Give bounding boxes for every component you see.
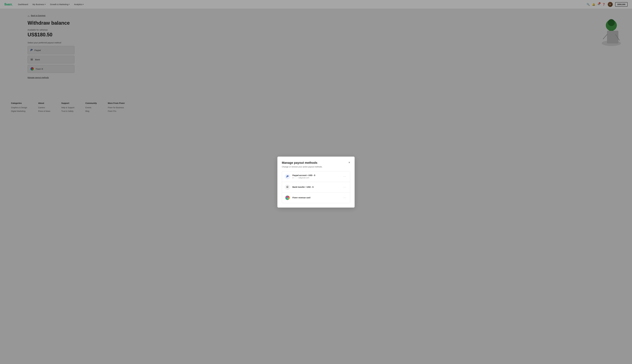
fiverr-info: Fiverr revenue card	[292, 196, 342, 199]
paypal-info: Paypal account • USD - $ n··········v@gm…	[292, 174, 342, 179]
paypal-email: n··········v@gmail.com	[292, 177, 342, 179]
fiverr-more-button[interactable]: ···	[342, 196, 347, 200]
fiverr-name: Fiverr revenue card	[292, 196, 342, 199]
paypal-name: Paypal account • USD - $	[292, 174, 342, 176]
modal-header: Manage payout methods ×	[282, 161, 350, 164]
bank-name: Bank transfer • USD - $	[292, 186, 342, 188]
paypal-more-button[interactable]: ···	[342, 174, 347, 178]
bank-more-button[interactable]: ···	[342, 185, 347, 189]
paypal-icon: P	[285, 174, 290, 179]
modal-overlay[interactable]: Manage payout methods × Change or remove…	[0, 0, 632, 364]
payout-item-bank: 🏛 Bank transfer • USD - $ ···	[282, 182, 350, 192]
modal-title: Manage payout methods	[282, 161, 318, 164]
bank-icon: 🏛	[285, 184, 290, 190]
manage-payout-modal: Manage payout methods × Change or remove…	[277, 156, 355, 208]
fiverr-revenue-card-icon	[285, 195, 290, 200]
payout-item-paypal: P Paypal account • USD - $ n··········v@…	[282, 171, 350, 182]
modal-subtitle: Change or remove your active payout meth…	[282, 166, 350, 168]
bank-info: Bank transfer • USD - $	[292, 186, 342, 188]
modal-close-button[interactable]: ×	[348, 161, 350, 164]
payout-item-fiverr: Fiverr revenue card ···	[282, 192, 350, 203]
payout-list: P Paypal account • USD - $ n··········v@…	[282, 171, 350, 203]
